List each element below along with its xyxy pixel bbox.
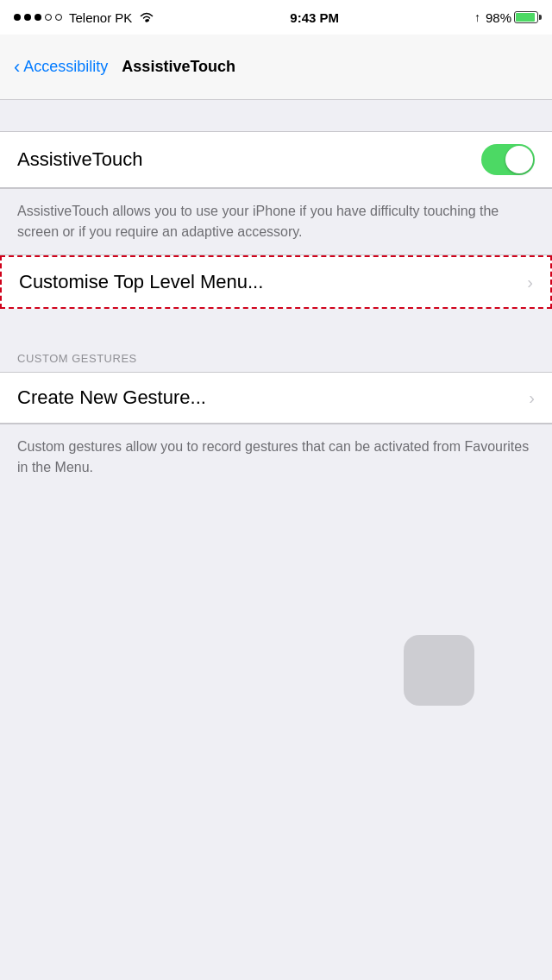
assistivetouch-float-button[interactable] — [404, 635, 474, 706]
customise-wrapper-outer: Customise Top Level Menu... › — [0, 254, 552, 309]
back-button[interactable]: ‹ Accessibility — [14, 54, 115, 80]
location-icon: ↑ — [474, 10, 480, 24]
nav-header: ‹ Accessibility AssistiveTouch — [0, 35, 552, 100]
create-gesture-section: Create New Gesture... › — [0, 372, 552, 424]
bottom-area — [0, 490, 552, 732]
status-right: ↑ 98% — [474, 10, 538, 25]
create-gesture-label: Create New Gesture... — [17, 386, 206, 409]
dot-2 — [24, 14, 31, 21]
status-bar: Telenor PK 9:43 PM ↑ 98% — [0, 0, 552, 35]
assistivetouch-description: AssistiveTouch allows you to use your iP… — [0, 188, 552, 254]
customise-menu-row[interactable]: Customise Top Level Menu... › — [2, 257, 550, 307]
status-left: Telenor PK — [14, 10, 154, 25]
toggle-knob — [505, 146, 533, 173]
wifi-icon — [139, 10, 154, 25]
gestures-spacer — [0, 309, 552, 340]
assistivetouch-toggle-section: AssistiveTouch — [0, 131, 552, 188]
dot-3 — [34, 14, 41, 21]
dot-5 — [55, 14, 62, 21]
battery-fill — [516, 13, 535, 22]
page-container: Telenor PK 9:43 PM ↑ 98% ‹ — [0, 0, 552, 980]
signal-dots — [14, 14, 62, 21]
battery-icon — [514, 11, 538, 23]
custom-gestures-header: CUSTOM GESTURES — [0, 340, 552, 372]
page-title: AssistiveTouch — [122, 58, 235, 76]
top-spacer — [0, 100, 552, 131]
back-chevron-icon: ‹ — [14, 58, 20, 77]
status-time: 9:43 PM — [290, 10, 339, 25]
customise-menu-label: Customise Top Level Menu... — [19, 271, 263, 293]
gesture-description: Custom gestures allow you to record gest… — [0, 424, 552, 490]
back-label: Accessibility — [23, 58, 108, 76]
carrier-label: Telenor PK — [69, 10, 132, 25]
customise-dashed-border: Customise Top Level Menu... › — [0, 255, 552, 309]
create-gesture-chevron-icon: › — [529, 388, 535, 408]
dot-4 — [45, 14, 52, 21]
create-gesture-row[interactable]: Create New Gesture... › — [0, 373, 552, 423]
battery-wrap: 98% — [486, 10, 538, 25]
assistivetouch-toggle[interactable] — [481, 144, 535, 175]
svg-point-0 — [146, 19, 149, 22]
battery-percent: 98% — [486, 10, 511, 25]
customise-chevron-icon: › — [527, 273, 533, 292]
dot-1 — [14, 14, 21, 21]
assistivetouch-label: AssistiveTouch — [17, 148, 143, 171]
assistivetouch-toggle-row[interactable]: AssistiveTouch — [0, 132, 552, 187]
